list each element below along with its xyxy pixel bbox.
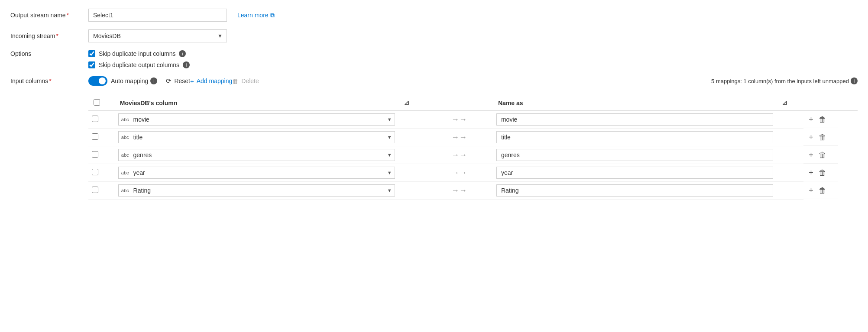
output-stream-row: Output stream name* Learn more ⧉ [10, 9, 858, 22]
source-cell-2: abc genres ▼ [115, 146, 398, 164]
delete-row-button-3[interactable]: 🗑 [817, 168, 828, 178]
options-label: Options [10, 50, 88, 57]
target-filter-cell-3 [777, 164, 803, 182]
actions-cell-2: + 🗑 [803, 146, 838, 164]
target-input-1[interactable] [496, 131, 773, 143]
target-input-0[interactable] [496, 113, 773, 126]
skip-duplicate-output-label: Skip duplicate output columns [99, 61, 179, 68]
incoming-stream-label: Incoming stream* [10, 32, 88, 39]
incoming-stream-select[interactable]: MoviesDB [88, 29, 227, 42]
mappings-info-icon[interactable]: i [851, 77, 858, 84]
skip-duplicate-input-row: Skip duplicate input columns i [88, 50, 190, 57]
arrow-cell-3: →→ [425, 164, 493, 182]
target-cell-1 [493, 129, 777, 146]
table-row: abc title ▼ →→ + 🗑 [88, 129, 858, 146]
actions-cell-0: + 🗑 [803, 111, 838, 128]
delete-row-button-4[interactable]: 🗑 [817, 185, 828, 196]
target-input-3[interactable] [496, 167, 773, 179]
header-checkbox-cell [88, 94, 115, 111]
reset-button[interactable]: ⟳ Reset [166, 77, 190, 85]
source-select-2[interactable]: genres [132, 149, 395, 161]
source-filter-cell-2 [398, 146, 425, 164]
source-cell-1: abc title ▼ [115, 129, 398, 146]
row-checkbox-2[interactable] [92, 151, 98, 158]
row-checkbox-3[interactable] [92, 169, 98, 175]
source-select-3[interactable]: year [132, 167, 395, 178]
toolbar: Auto mapping i ⟳ Reset + Add mapping 🗑 D… [88, 76, 858, 86]
actions-cell-4: + 🗑 [803, 182, 838, 199]
add-icon: + [190, 77, 194, 85]
source-filter-cell-3 [398, 164, 425, 182]
source-select-1[interactable]: title [132, 132, 395, 143]
row-checkbox-cell-1 [88, 129, 115, 146]
source-cell-4: abc Rating ▼ [115, 182, 398, 200]
source-select-0[interactable]: movie [132, 114, 395, 125]
source-select-wrapper-1: abc title ▼ [118, 131, 395, 143]
target-filter-cell-1 [777, 129, 803, 146]
target-filter-cell-0 [777, 111, 803, 129]
add-mapping-button[interactable]: + Add mapping [190, 77, 232, 85]
add-row-button-3[interactable]: + [807, 168, 815, 178]
name-as-header: Name as [493, 94, 777, 111]
row-checkbox-0[interactable] [92, 116, 98, 122]
source-cell-0: abc movie ▼ [115, 111, 398, 129]
skip-duplicate-input-label: Skip duplicate input columns [99, 50, 175, 57]
type-badge-0: abc [119, 117, 132, 122]
delete-row-button-2[interactable]: 🗑 [817, 150, 828, 161]
auto-mapping-toggle[interactable] [88, 76, 107, 86]
target-filter-header[interactable]: ⊿ [777, 94, 803, 111]
type-badge-4: abc [119, 188, 132, 193]
mapping-table-container: MoviesDB's column ⊿ Name as ⊿ [10, 91, 858, 200]
source-select-wrapper-2: abc genres ▼ [118, 149, 395, 161]
table-row: abc genres ▼ →→ + 🗑 [88, 146, 858, 164]
source-filter-header[interactable]: ⊿ [398, 94, 425, 111]
delete-button[interactable]: 🗑 Delete [232, 77, 259, 85]
table-row: abc movie ▼ →→ + 🗑 [88, 111, 858, 129]
add-row-button-0[interactable]: + [807, 114, 815, 125]
target-input-4[interactable] [496, 184, 773, 197]
required-marker-3: * [49, 77, 51, 84]
add-row-button-4[interactable]: + [807, 185, 815, 196]
arrow-line-3: →→ [429, 168, 489, 177]
delete-row-button-1[interactable]: 🗑 [817, 132, 828, 143]
source-filter-cell-4 [398, 182, 425, 200]
row-checkbox-cell-0 [88, 111, 115, 129]
row-checkbox-4[interactable] [92, 187, 98, 193]
source-column-header: MoviesDB's column [115, 94, 398, 111]
skip-duplicate-output-checkbox[interactable] [88, 61, 95, 68]
add-row-button-2[interactable]: + [807, 150, 815, 161]
target-cell-2 [493, 146, 777, 164]
source-filter-cell-0 [398, 111, 425, 129]
arrow-line-1: →→ [429, 133, 489, 142]
incoming-stream-select-wrapper: MoviesDB ▼ [88, 29, 227, 42]
arrow-cell-4: →→ [425, 182, 493, 200]
source-select-4[interactable]: Rating [132, 185, 395, 196]
external-link-icon: ⧉ [270, 12, 275, 19]
row-checkbox-cell-3 [88, 164, 115, 182]
arrow-line-2: →→ [429, 151, 489, 160]
source-select-wrapper-0: abc movie ▼ [118, 113, 395, 126]
add-row-button-1[interactable]: + [807, 132, 815, 143]
select-all-checkbox[interactable] [94, 99, 100, 106]
required-marker-2: * [56, 32, 58, 39]
table-row: abc Rating ▼ →→ + 🗑 [88, 182, 858, 200]
reset-icon: ⟳ [166, 77, 172, 85]
target-input-2[interactable] [496, 149, 773, 161]
skip-input-info-icon[interactable]: i [179, 50, 186, 57]
target-filter-icon[interactable]: ⊿ [782, 99, 787, 106]
actions-cell-1: + 🗑 [803, 129, 838, 146]
source-filter-icon[interactable]: ⊿ [404, 99, 409, 106]
mappings-info: 5 mappings: 1 column(s) from the inputs … [711, 77, 858, 84]
output-stream-input[interactable] [88, 9, 227, 22]
source-select-wrapper-3: abc year ▼ [118, 167, 395, 179]
source-cell-3: abc year ▼ [115, 164, 398, 182]
delete-row-button-0[interactable]: 🗑 [817, 114, 828, 125]
skip-output-info-icon[interactable]: i [183, 61, 190, 68]
row-checkbox-1[interactable] [92, 133, 98, 140]
target-cell-0 [493, 111, 777, 129]
incoming-stream-row: Incoming stream* MoviesDB ▼ [10, 29, 858, 42]
arrow-cell-0: →→ [425, 111, 493, 129]
learn-more-link[interactable]: Learn more ⧉ [237, 12, 275, 19]
auto-mapping-info-icon[interactable]: i [150, 77, 157, 84]
skip-duplicate-input-checkbox[interactable] [88, 50, 95, 57]
